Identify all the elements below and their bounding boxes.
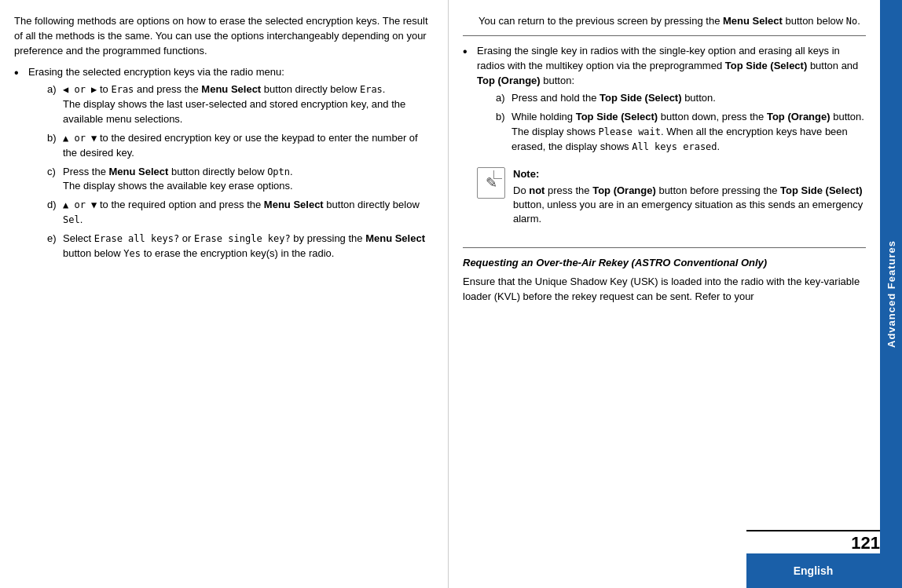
step-a-content: ◀ or ▶ to Eras and press the Menu Select… bbox=[63, 82, 429, 127]
menu-select-bold-c: Menu Select bbox=[109, 166, 169, 177]
top-side-select-bold: Top Side (Select) bbox=[725, 60, 808, 71]
erase-single-mono: Erase single key? bbox=[194, 233, 291, 244]
erase-all-mono: Erase all keys? bbox=[94, 233, 179, 244]
section-heading: Requesting an Over-the-Air Rekey (ASTRO … bbox=[463, 256, 866, 271]
step-rb: b) While holding Top Side (Select) butto… bbox=[496, 110, 866, 155]
step-d-content: ▲ or ▼ to the required option and press … bbox=[63, 198, 429, 228]
updown-icon: ▲ or ▼ bbox=[63, 133, 97, 144]
step-e: e) Select Erase all keys? or Erase singl… bbox=[47, 232, 429, 261]
list-item-single-key: • Erasing the single key in radios with … bbox=[463, 44, 866, 239]
bullet-icon-right: • bbox=[463, 44, 474, 59]
step-rb-content: While holding Top Side (Select) button d… bbox=[512, 110, 866, 155]
bullet-list-right: • Erasing the single key in radios with … bbox=[463, 44, 866, 239]
please-wait-mono: Please wait bbox=[599, 126, 661, 137]
list-item-erase-radio: • Erasing the selected encryption keys v… bbox=[14, 65, 429, 265]
top-orange-bold-b: Top (Orange) bbox=[767, 111, 830, 122]
top-side-note: Top Side (Select) bbox=[780, 184, 863, 196]
all-keys-erased-mono: All keys erased bbox=[632, 141, 717, 152]
list-item-text: Erasing the selected encryption keys via… bbox=[28, 66, 284, 78]
prev-screen-note: You can return to the previous screen by… bbox=[463, 14, 866, 36]
page-number: 121 bbox=[746, 530, 880, 553]
advanced-features-tab: Advanced Features bbox=[880, 0, 902, 588]
bullet-list-left: • Erasing the selected encryption keys v… bbox=[14, 65, 429, 265]
menu-select-bold-d: Menu Select bbox=[264, 199, 324, 210]
page-wrapper: The following methods are options on how… bbox=[0, 0, 902, 588]
list-item-content: Erasing the selected encryption keys via… bbox=[28, 65, 429, 265]
section-divider bbox=[463, 247, 866, 248]
note-title: Note: bbox=[513, 167, 866, 181]
eras-mono: Eras bbox=[111, 84, 134, 95]
note-box: ✎ Note: Do not press the Top (Orange) bu… bbox=[477, 161, 866, 233]
optn-mono: Optn bbox=[267, 166, 290, 177]
top-orange-bold: Top (Orange) bbox=[477, 75, 541, 86]
step-label-b: b) bbox=[47, 131, 63, 146]
step-ra-content: Press and hold the Top Side (Select) but… bbox=[512, 91, 716, 106]
updown-icon-2: ▲ or ▼ bbox=[63, 199, 97, 210]
step-label-d: d) bbox=[47, 198, 63, 213]
top-side-select-bold-b: Top Side (Select) bbox=[576, 111, 658, 122]
step-label-c: c) bbox=[47, 165, 63, 180]
step-b-content: ▲ or ▼ to the desired encryption key or … bbox=[63, 131, 429, 161]
note-content: Note: Do not press the Top (Orange) butt… bbox=[513, 167, 866, 227]
step-a: a) ◀ or ▶ to Eras and press the Menu Sel… bbox=[47, 82, 429, 127]
bullet-icon: • bbox=[14, 65, 25, 80]
step-label-ra: a) bbox=[496, 91, 512, 106]
left-column: The following methods are options on how… bbox=[0, 0, 448, 588]
no-mono: No bbox=[846, 16, 857, 27]
menu-select-bold-a: Menu Select bbox=[201, 83, 261, 95]
single-key-intro: Erasing the single key in radios with th… bbox=[477, 45, 858, 86]
step-c-content: Press the Menu Select button directly be… bbox=[63, 165, 293, 195]
sel-mono: Sel bbox=[63, 214, 80, 225]
top-orange-note: Top (Orange) bbox=[592, 184, 656, 196]
note-text: Do not press the Top (Orange) button bef… bbox=[513, 184, 866, 227]
top-side-select-bold-a: Top Side (Select) bbox=[600, 92, 682, 104]
step-label-a: a) bbox=[47, 82, 63, 97]
arrow-icon: ◀ or ▶ bbox=[63, 84, 97, 95]
section-body: Ensure that the Unique Shadow Key (USK) … bbox=[463, 275, 866, 305]
eras-mono-2: Eras bbox=[360, 84, 383, 95]
step-label-rb: b) bbox=[496, 110, 512, 125]
intro-paragraph: The following methods are options on how… bbox=[14, 14, 429, 59]
right-column: You can return to the previous screen by… bbox=[448, 0, 880, 588]
note-icon: ✎ bbox=[477, 167, 505, 199]
step-d: d) ▲ or ▼ to the required option and pre… bbox=[47, 198, 429, 228]
step-ra: a) Press and hold the Top Side (Select) … bbox=[496, 91, 866, 106]
prev-screen-text: You can return to the previous screen by… bbox=[463, 14, 860, 29]
step-e-content: Select Erase all keys? or Erase single k… bbox=[63, 232, 429, 261]
step-c: c) Press the Menu Select button directly… bbox=[47, 165, 429, 195]
yes-mono: Yes bbox=[123, 248, 141, 259]
pencil-icon: ✎ bbox=[486, 173, 497, 193]
english-label: English bbox=[794, 564, 834, 577]
main-content: The following methods are options on how… bbox=[0, 0, 880, 588]
list-item-right-content: Erasing the single key in radios with th… bbox=[477, 44, 866, 239]
alpha-list-left: a) ◀ or ▶ to Eras and press the Menu Sel… bbox=[47, 82, 429, 261]
side-tab-label: Advanced Features bbox=[886, 240, 897, 348]
alpha-list-right: a) Press and hold the Top Side (Select) … bbox=[496, 91, 866, 154]
english-badge: English bbox=[746, 553, 880, 588]
not-bold: not bbox=[529, 184, 544, 196]
menu-select-prev: Menu Select bbox=[723, 15, 783, 27]
menu-select-bold-e: Menu Select bbox=[365, 232, 425, 244]
step-label-e: e) bbox=[47, 232, 63, 247]
step-b: b) ▲ or ▼ to the desired encryption key … bbox=[47, 131, 429, 161]
